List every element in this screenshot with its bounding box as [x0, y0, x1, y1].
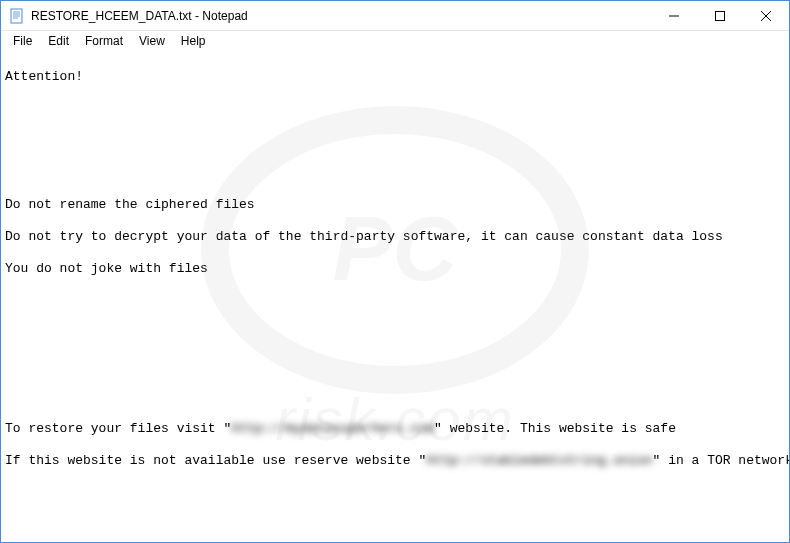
text-line: You do not joke with files [5, 261, 785, 277]
text-line [5, 325, 785, 341]
text-span: " website. This website is safe [434, 421, 676, 436]
maximize-button[interactable] [697, 1, 743, 30]
notepad-icon [9, 8, 25, 24]
text-line: Do not try to decrypt your data of the t… [5, 229, 785, 245]
titlebar-left: RESTORE_HCEEM_DATA.txt - Notepad [1, 8, 248, 24]
text-line [5, 389, 785, 405]
menubar: File Edit Format View Help [1, 31, 789, 51]
text-span: To restore your files visit " [5, 421, 231, 436]
menu-file[interactable]: File [7, 33, 38, 49]
minimize-button[interactable] [651, 1, 697, 30]
text-line [5, 133, 785, 149]
text-span: If this website is not available use res… [5, 453, 426, 468]
svg-rect-6 [716, 11, 725, 20]
text-span: " in a TOR network. [653, 453, 789, 468]
text-line [5, 517, 785, 533]
menu-edit[interactable]: Edit [42, 33, 75, 49]
text-line [5, 165, 785, 181]
menu-help[interactable]: Help [175, 33, 212, 49]
text-line [5, 101, 785, 117]
notepad-window: RESTORE_HCEEM_DATA.txt - Notepad File Ed… [0, 0, 790, 543]
text-line: If this website is not available use res… [5, 453, 785, 469]
window-controls [651, 1, 789, 30]
text-line: To restore your files visit "http://myda… [5, 421, 785, 437]
text-area[interactable]: Attention! Do not rename the ciphered fi… [1, 51, 789, 542]
text-line [5, 293, 785, 309]
menu-format[interactable]: Format [79, 33, 129, 49]
window-title: RESTORE_HCEEM_DATA.txt - Notepad [31, 9, 248, 23]
text-line: Attention! [5, 69, 785, 85]
text-line [5, 485, 785, 501]
close-button[interactable] [743, 1, 789, 30]
blurred-url: http://stabledebtstring.onion [426, 453, 652, 468]
titlebar: RESTORE_HCEEM_DATA.txt - Notepad [1, 1, 789, 31]
text-line [5, 357, 785, 373]
text-line: Do not rename the ciphered files [5, 197, 785, 213]
menu-view[interactable]: View [133, 33, 171, 49]
blurred-url: http://mydatasuperhero.com [231, 421, 434, 436]
